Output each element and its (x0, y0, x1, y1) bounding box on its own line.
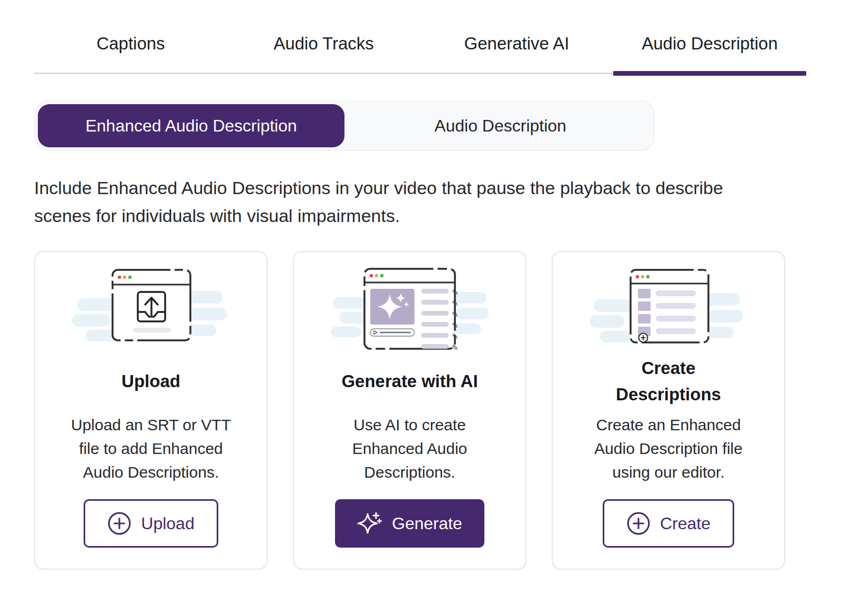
generate-ai-card-title: Generate with AI (341, 357, 478, 406)
generate-ai-card-description: Use AI to create Enhanced Audio Descript… (318, 413, 501, 484)
description-type-toggle: Enhanced Audio Description Audio Descrip… (34, 100, 655, 151)
upload-card: Upload Upload an SRT or VTT file to add … (34, 251, 268, 570)
svg-text:✎: ✎ (452, 288, 459, 297)
upload-browser-window-illustration (48, 266, 254, 355)
create-descriptions-card-title: Create Descriptions (587, 357, 750, 406)
upload-card-description: Upload an SRT or VTT file to add Enhance… (59, 413, 242, 484)
tab-captions[interactable]: Captions (34, 34, 227, 73)
create-button-label: Create (660, 514, 711, 533)
create-descriptions-card: Create Descriptions Create an Enhanced A… (552, 251, 785, 570)
svg-text:✎: ✎ (452, 299, 459, 308)
create-button[interactable]: Create (603, 499, 734, 548)
upload-button-label: Upload (141, 514, 194, 533)
option-cards: Upload Upload an SRT or VTT file to add … (34, 251, 785, 570)
tab-generative-ai[interactable]: Generative AI (420, 34, 613, 73)
tab-audio-description[interactable]: Audio Description (613, 34, 806, 73)
tab-bar: Captions Audio Tracks Generative AI Audi… (34, 34, 806, 74)
generate-button[interactable]: Generate (335, 499, 484, 548)
intro-text: Include Enhanced Audio Descriptions in y… (34, 174, 760, 230)
sparkle-icon (357, 511, 382, 536)
descriptions-list-browser-window-illustration (565, 266, 772, 355)
ai-video-browser-window-illustration: ✎ ✎ ✎ ✎ ✎ ✎ (307, 266, 513, 355)
toggle-audio-description[interactable]: Audio Description (347, 102, 654, 150)
svg-text:✎: ✎ (452, 343, 459, 352)
toggle-enhanced-audio-description[interactable]: Enhanced Audio Description (38, 104, 344, 147)
upload-button[interactable]: Upload (84, 499, 218, 548)
generate-ai-card: ✎ ✎ ✎ ✎ ✎ ✎ Generate with AI Use AI to c… (293, 251, 526, 570)
audio-description-settings-page: Captions Audio Tracks Generative AI Audi… (0, 0, 842, 570)
plus-circle-icon (107, 511, 131, 536)
generate-button-label: Generate (392, 514, 462, 533)
upload-card-title: Upload (121, 357, 180, 406)
create-descriptions-card-description: Create an Enhanced Audio Description fil… (577, 413, 760, 484)
tab-audio-tracks[interactable]: Audio Tracks (227, 34, 420, 73)
svg-text:✎: ✎ (452, 321, 459, 330)
svg-text:✎: ✎ (452, 332, 459, 341)
plus-circle-icon (626, 511, 651, 536)
svg-text:✎: ✎ (452, 310, 459, 319)
